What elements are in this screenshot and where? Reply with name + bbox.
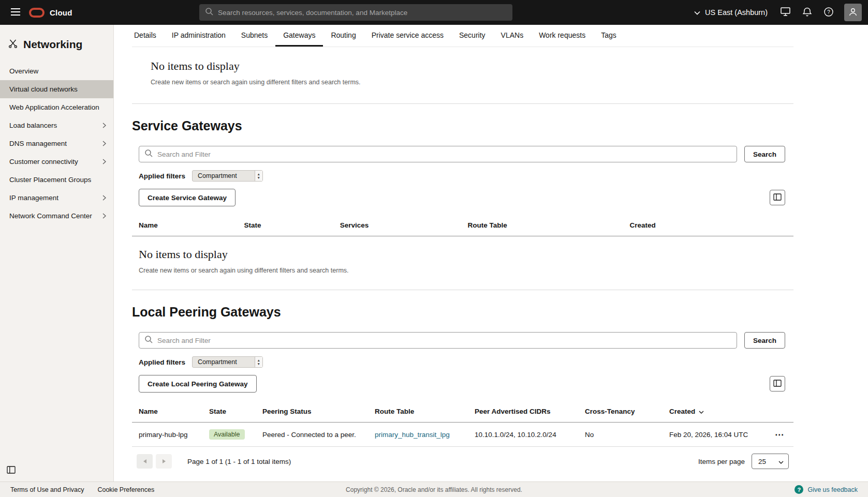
column-header-cross-tenancy[interactable]: Cross-Tenancy: [579, 402, 663, 423]
column-header-peer-advertised-cidrs[interactable]: Peer Advertised CIDRs: [468, 402, 579, 423]
sidebar-item-customer-connectivity[interactable]: Customer connectivity: [0, 153, 113, 171]
sidebar-item-ip-management[interactable]: IP management: [0, 189, 113, 207]
empty-state-title: No items to display: [139, 248, 785, 261]
feedback-link[interactable]: Give us feedback: [807, 486, 858, 493]
sidebar-header: Networking: [0, 25, 113, 62]
table-header-row: Name State Peering Status Route Table Pe…: [132, 402, 793, 423]
column-header-route-table[interactable]: Route Table: [369, 402, 468, 423]
global-search-input[interactable]: [218, 9, 507, 17]
cloud-shell-button[interactable]: [777, 4, 793, 21]
sidebar-item-web-application-acceleration[interactable]: Web Application Acceleration: [0, 98, 113, 116]
pagination-prev-button[interactable]: [137, 454, 153, 469]
search-icon: [144, 149, 153, 159]
create-service-gateway-button[interactable]: Create Service Gateway: [139, 189, 236, 206]
terms-link[interactable]: Terms of Use and Privacy: [10, 486, 84, 493]
local-peering-gateways-section: Local Peering Gateways Search Applied fi…: [132, 305, 793, 469]
feedback-question-icon[interactable]: ?: [795, 485, 803, 494]
top-bar-right: US East (Ashburn) ?: [690, 4, 862, 21]
footer: Terms of Use and Privacy Cookie Preferen…: [0, 481, 868, 497]
brand: Cloud: [29, 8, 72, 18]
user-menu-button[interactable]: [844, 4, 862, 21]
main-content: Details IP administration Subnets Gatewa…: [114, 25, 868, 481]
tab-bar: Details IP administration Subnets Gatewa…: [114, 25, 868, 47]
tab-tags[interactable]: Tags: [593, 25, 624, 47]
lpg-applied-filters-label: Applied filters: [139, 358, 185, 366]
chevron-right-icon: [102, 123, 106, 128]
hamburger-icon: [11, 8, 20, 17]
pagination-next-button[interactable]: [156, 454, 172, 469]
question-circle-icon: ?: [824, 7, 833, 18]
cookie-preferences-link[interactable]: Cookie Preferences: [97, 486, 154, 493]
sidebar-item-load-balancers[interactable]: Load balancers: [0, 116, 113, 134]
stepper-arrows-icon: ▲▼: [255, 171, 262, 181]
items-per-page-select[interactable]: 25: [752, 454, 789, 469]
column-header-name[interactable]: Name: [132, 402, 203, 423]
region-selector[interactable]: US East (Ashburn): [690, 8, 772, 17]
sg-search-field: [139, 146, 737, 162]
table-row: primary-hub-lpg Available Peered - Conne…: [132, 423, 793, 447]
sidebar-item-label: Web Application Acceleration: [9, 103, 99, 111]
pagination: Page 1 of 1 (1 - 1 of 1 total items) Ite…: [132, 454, 793, 469]
sidebar-item-label: Network Command Center: [9, 212, 92, 220]
local-peering-gateways-heading: Local Peering Gateways: [132, 305, 793, 320]
items-per-page-value: 25: [758, 458, 766, 465]
sidebar-collapse-button[interactable]: [7, 466, 16, 475]
column-header-actions: [767, 402, 793, 423]
column-header-state[interactable]: State: [203, 402, 256, 423]
tab-private-service-access[interactable]: Private service access: [364, 25, 451, 47]
top-bar: Cloud US East (Ashburn): [0, 0, 868, 25]
column-header-created[interactable]: Created: [663, 402, 767, 423]
tab-gateways[interactable]: Gateways: [275, 25, 323, 47]
status-badge: Available: [209, 429, 245, 440]
tab-ip-administration[interactable]: IP administration: [164, 25, 233, 47]
service-gateways-section: Service Gateways Search Applied filters: [132, 118, 793, 290]
arrow-right-icon: [162, 458, 166, 465]
notifications-button[interactable]: [799, 4, 815, 21]
row-actions-button[interactable]: ⋯: [775, 430, 784, 439]
sidebar: Networking Overview Virtual cloud networ…: [0, 25, 114, 481]
empty-state-title: No items to display: [151, 59, 785, 73]
sg-column-settings-button[interactable]: [770, 190, 785, 205]
arrow-left-icon: [143, 458, 147, 465]
lpg-search-button[interactable]: Search: [744, 332, 785, 349]
chevron-right-icon: [102, 159, 106, 164]
tab-vlans[interactable]: VLANs: [493, 25, 532, 47]
column-header-route-table[interactable]: Route Table: [461, 216, 623, 236]
brand-label: Cloud: [50, 8, 72, 17]
column-header-peering-status[interactable]: Peering Status: [256, 402, 369, 423]
sidebar-item-cluster-placement-groups[interactable]: Cluster Placement Groups: [0, 171, 113, 189]
sidebar-item-overview[interactable]: Overview: [0, 62, 113, 80]
hamburger-menu-button[interactable]: [6, 3, 25, 22]
tab-subnets[interactable]: Subnets: [233, 25, 275, 47]
service-gateways-table: Name State Services Route Table Created …: [132, 216, 793, 290]
sg-search-input[interactable]: [157, 150, 731, 158]
lpg-compartment-filter-select[interactable]: Compartment ▲▼: [192, 356, 263, 368]
chevron-right-icon: [102, 213, 106, 219]
collapse-panel-icon: [7, 466, 16, 475]
tab-details[interactable]: Details: [126, 25, 164, 47]
column-header-created[interactable]: Created: [624, 216, 793, 236]
sidebar-item-dns-management[interactable]: DNS management: [0, 134, 113, 153]
tab-routing[interactable]: Routing: [323, 25, 363, 47]
lpg-column-settings-button[interactable]: [770, 376, 785, 391]
sidebar-item-network-command-center[interactable]: Network Command Center: [0, 207, 113, 225]
column-header-services[interactable]: Services: [334, 216, 462, 236]
empty-state-subtitle: Create new items or search again using d…: [151, 79, 785, 86]
sidebar-item-label: Customer connectivity: [9, 158, 78, 165]
svg-text:?: ?: [827, 9, 830, 14]
route-table-link[interactable]: primary_hub_transit_lpg: [375, 431, 450, 439]
oci-console: Cloud US East (Ashburn): [0, 0, 868, 497]
search-icon: [205, 7, 213, 18]
create-local-peering-gateway-button[interactable]: Create Local Peering Gateway: [139, 375, 257, 393]
tab-work-requests[interactable]: Work requests: [531, 25, 593, 47]
lpg-search-input[interactable]: [157, 337, 731, 344]
sidebar-item-virtual-cloud-networks[interactable]: Virtual cloud networks: [0, 80, 113, 98]
column-header-name[interactable]: Name: [132, 216, 238, 236]
sg-search-button[interactable]: Search: [744, 146, 785, 162]
column-header-state[interactable]: State: [238, 216, 333, 236]
sidebar-item-label: Cluster Placement Groups: [9, 176, 91, 184]
previous-table-empty-state: No items to display Create new items or …: [132, 47, 793, 104]
help-button[interactable]: ?: [820, 4, 837, 21]
sg-compartment-filter-select[interactable]: Compartment ▲▼: [192, 170, 263, 182]
tab-security[interactable]: Security: [451, 25, 493, 47]
